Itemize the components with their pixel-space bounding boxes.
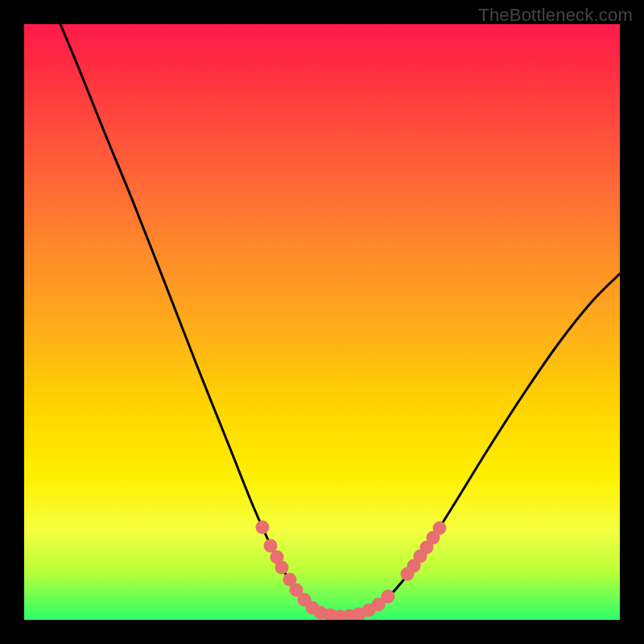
highlight-dot (433, 522, 447, 535)
highlight-dot (275, 561, 289, 575)
highlight-dot (256, 521, 270, 535)
highlight-dots-group (256, 521, 447, 621)
bottleneck-curve-path (60, 24, 620, 617)
attribution-text: TheBottleneck.com (478, 5, 633, 26)
chart-frame: TheBottleneck.com (0, 0, 644, 644)
highlight-dot (382, 590, 395, 604)
bottleneck-curve-svg (24, 24, 620, 620)
chart-plot-area (24, 24, 620, 620)
